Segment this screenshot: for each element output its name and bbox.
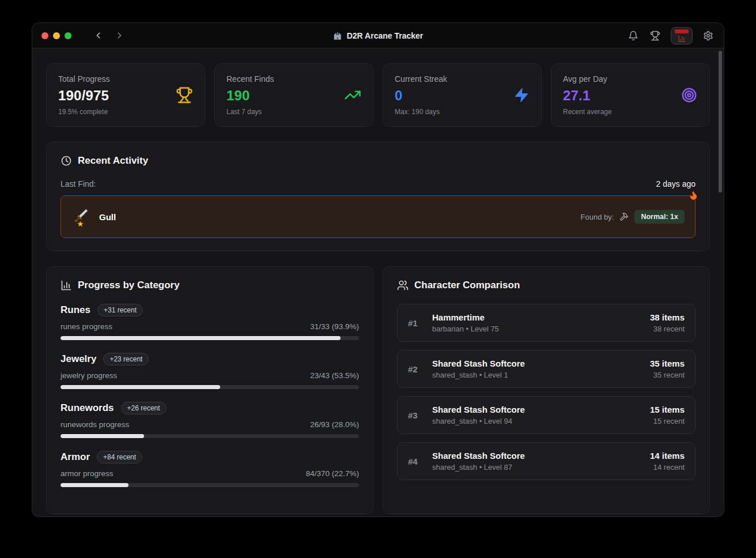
character-comparison-title: Character Comparison [414, 280, 520, 291]
stat-sub: Recent average [563, 108, 612, 116]
main-content: Total Progress 190/975 19.5% complete Re… [32, 48, 724, 516]
progress-value-text: 23/43 (53.5%) [310, 371, 359, 380]
lightning-icon [513, 87, 530, 103]
progress-bar-fill [61, 385, 220, 389]
character-sub: barbarian • Level 75 [432, 325, 650, 333]
window-controls [41, 32, 71, 39]
stat-value: 190 [226, 88, 274, 104]
progress-row-label: runes progress [61, 322, 112, 331]
category-jewelry: Jewelry +23 recent jewelry progress 23/4… [61, 353, 359, 389]
stat-value: 0 [395, 88, 447, 104]
character-rank: #3 [408, 410, 432, 420]
bar-chart-icon [61, 280, 72, 291]
progress-value-text: 31/33 (93.9%) [310, 322, 359, 331]
character-name: Shared Stash Softcore [432, 405, 650, 414]
titlebar: D2R Arcane Tracker [32, 23, 724, 48]
progress-bar-fill [61, 483, 128, 487]
character-row-4[interactable]: #4 Shared Stash Softcore shared_stash • … [397, 442, 695, 480]
progress-row-label: jewelry progress [61, 371, 117, 380]
chevron-right-icon [115, 31, 124, 40]
recent-badge: +23 recent [103, 353, 149, 365]
progress-value-text: 26/93 (28.0%) [310, 420, 359, 429]
scrollbar-track[interactable] [717, 50, 723, 514]
character-recent: 14 recent [650, 463, 685, 472]
bell-icon [628, 31, 638, 41]
character-items: 38 items [650, 312, 685, 322]
found-by-label: Found by: [581, 213, 614, 221]
category-runewords: Runewords +26 recent runewords progress … [61, 402, 359, 438]
stat-card-total-progress: Total Progress 190/975 19.5% complete [46, 63, 205, 127]
trophy-icon [176, 86, 193, 104]
last-find-row[interactable]: Gull Found by: Normal: 1x [61, 195, 695, 238]
back-button[interactable] [92, 29, 104, 42]
recent-badge: +84 recent [97, 451, 142, 463]
castle-icon [333, 31, 342, 40]
chevron-left-icon [93, 31, 103, 40]
character-recent: 35 recent [650, 371, 685, 379]
item-name: Gull [99, 212, 116, 222]
character-items: 14 items [650, 451, 685, 461]
recent-activity-card: Recent Activity Last Find: 2 days ago [46, 142, 710, 251]
character-sub: shared_stash • Level 87 [432, 463, 650, 472]
window-title: D2R Arcane Tracker [333, 31, 424, 40]
stat-card-avg-per-day: Avg per Day 27.1 Recent average [551, 63, 710, 127]
scrollbar-thumb[interactable] [719, 51, 722, 193]
stat-card-recent-finds: Recent Finds 190 Last 7 days [214, 63, 373, 127]
progress-row-label: armor progress [61, 469, 114, 478]
clock-icon [61, 155, 72, 167]
category-name: Runewords [61, 402, 114, 414]
notifications-button[interactable] [627, 29, 640, 42]
bar-chart-icon [678, 35, 686, 43]
character-recent: 15 recent [650, 417, 685, 425]
character-rank: #4 [408, 457, 432, 466]
recent-badge: +26 recent [121, 402, 167, 414]
stat-value: 190/975 [58, 88, 109, 104]
progress-bar [61, 336, 359, 340]
category-runes: Runes +31 recent runes progress 31/33 (9… [61, 304, 359, 340]
progress-value-text: 84/370 (22.7%) [306, 469, 359, 478]
close-window-button[interactable] [41, 32, 48, 39]
stat-sub: Last 7 days [226, 108, 274, 116]
gear-icon [703, 31, 713, 41]
category-name: Runes [61, 304, 90, 316]
character-items: 35 items [650, 359, 685, 368]
progress-by-category-card: Progress by Category Runes +31 recent ru… [46, 266, 373, 514]
achievements-button[interactable] [649, 29, 662, 42]
minimize-window-button[interactable] [53, 32, 60, 39]
character-name: Shared Stash Softcore [432, 359, 650, 368]
character-row-3[interactable]: #3 Shared Stash Softcore shared_stash • … [397, 396, 695, 434]
found-count-badge: Normal: 1x [634, 210, 685, 224]
progress-bar-fill [61, 336, 341, 340]
target-icon [681, 86, 698, 104]
stats-grid: Total Progress 190/975 19.5% complete Re… [46, 63, 710, 127]
recent-activity-title: Recent Activity [78, 155, 148, 167]
stat-label: Recent Finds [226, 74, 274, 84]
character-sub: shared_stash • Level 94 [432, 417, 650, 425]
stat-value: 27.1 [563, 88, 612, 104]
progress-bar [61, 385, 359, 389]
character-row-1[interactable]: #1 Hammertime barbarian • Level 75 38 it… [397, 304, 695, 342]
forward-button[interactable] [114, 29, 126, 42]
stat-sub: Max: 190 days [395, 108, 447, 116]
trophy-nav-icon [650, 31, 660, 41]
category-name: Armor [61, 451, 90, 463]
character-row-2[interactable]: #2 Shared Stash Softcore shared_stash • … [397, 350, 695, 388]
progress-bar [61, 483, 359, 487]
character-name: Hammertime [432, 312, 650, 322]
settings-button[interactable] [702, 29, 715, 42]
stat-card-current-streak: Current Streak 0 Max: 190 days [383, 63, 542, 127]
progress-bar [61, 434, 359, 438]
stat-label: Avg per Day [563, 74, 612, 84]
character-comparison-card: Character Comparison #1 Hammertime barba… [383, 266, 710, 514]
sword-icon [71, 207, 91, 227]
progress-bar-fill [61, 434, 144, 438]
last-find-time: 2 days ago [656, 179, 696, 188]
stats-view-button-active[interactable] [671, 27, 693, 44]
progress-title: Progress by Category [78, 280, 180, 291]
character-rank: #2 [408, 364, 432, 374]
category-armor: Armor +84 recent armor progress 84/370 (… [61, 451, 359, 487]
zoom-window-button[interactable] [65, 32, 71, 39]
app-window: D2R Arcane Tracker Total Progress [32, 23, 724, 516]
category-name: Jewelry [61, 353, 96, 365]
character-name: Shared Stash Softcore [432, 451, 650, 461]
